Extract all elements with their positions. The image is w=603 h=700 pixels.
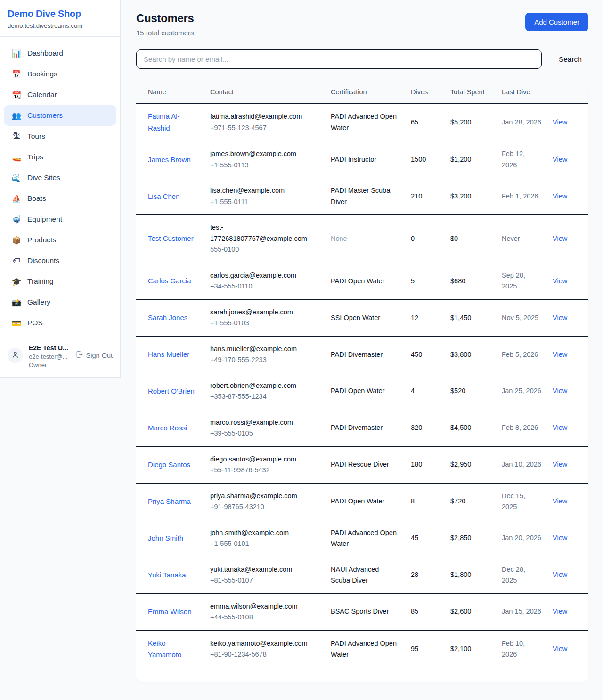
sidebar-item-dashboard[interactable]: 📊Dashboard — [4, 43, 116, 64]
sidebar-item-tours[interactable]: 🏝Tours — [4, 126, 116, 147]
view-customer-link[interactable]: View — [553, 156, 567, 163]
customer-name-link[interactable]: Carlos Garcia — [148, 277, 191, 285]
table-row: Keiko Yamamotokeiko.yamamoto@example.com… — [136, 630, 588, 667]
search-input[interactable] — [136, 49, 542, 69]
customer-name-cell: Priya Sharma — [136, 483, 204, 520]
column-header-dives: Dives — [405, 82, 445, 104]
view-customer-link[interactable]: View — [553, 645, 567, 652]
column-header-total-spent: Total Spent — [445, 82, 496, 104]
sidebar-item-customers[interactable]: 👥Customers — [4, 105, 116, 126]
view-customer-link[interactable]: View — [553, 608, 567, 615]
view-customer-link[interactable]: View — [553, 497, 567, 505]
view-customer-link[interactable]: View — [553, 571, 567, 578]
contact-cell: hans.mueller@example.com+49-170-555-2233 — [204, 336, 325, 373]
tag-icon: 🏷 — [12, 256, 21, 265]
customer-name-link[interactable]: Fatima Al-Rashid — [148, 112, 180, 132]
customer-email: hans.mueller@example.com — [210, 344, 319, 354]
view-customer-link[interactable]: View — [553, 424, 567, 431]
view-customer-link[interactable]: View — [553, 534, 567, 542]
table-row: Robert O'Brienrobert.obrien@example.com+… — [136, 373, 588, 410]
total-spent-cell: $1,450 — [445, 299, 496, 336]
customer-name-link[interactable]: Diego Santos — [148, 461, 190, 469]
user-role: Owner — [29, 362, 68, 369]
sidebar-item-label: Trips — [27, 153, 43, 161]
action-cell: View — [547, 593, 588, 630]
customer-name-link[interactable]: Yuki Tanaka — [148, 571, 186, 579]
sign-out-label: Sign Out — [86, 352, 113, 359]
sidebar-item-label: Tours — [27, 132, 45, 140]
customer-email: test-1772681807767@example.com — [210, 222, 319, 244]
sidebar-item-equipment[interactable]: 🤿Equipment — [4, 209, 116, 230]
last-dive-cell: Never — [496, 215, 547, 263]
view-customer-link[interactable]: View — [553, 314, 567, 321]
customer-name-link[interactable]: Keiko Yamamoto — [148, 639, 181, 659]
total-spent-cell: $3,200 — [445, 178, 496, 215]
sidebar-item-gallery[interactable]: 📸Gallery — [4, 292, 116, 313]
action-cell: View — [547, 520, 588, 557]
customer-name-link[interactable]: Priya Sharma — [148, 497, 191, 505]
customer-name-link[interactable]: Marco Rossi — [148, 424, 187, 432]
view-customer-link[interactable]: View — [553, 351, 567, 358]
certification-cell: SSI Open Water — [325, 299, 405, 336]
customer-email: sarah.jones@example.com — [210, 307, 319, 318]
view-customer-link[interactable]: View — [553, 277, 567, 285]
certification-cell: PADI Advanced Open Water — [325, 630, 405, 667]
customer-email: robert.obrien@example.com — [210, 380, 319, 391]
action-cell: View — [547, 373, 588, 410]
customer-phone: +81-555-0107 — [210, 575, 319, 586]
sidebar-item-calendar[interactable]: 📆Calendar — [4, 84, 116, 105]
total-spent-cell: $2,100 — [445, 630, 496, 667]
search-button[interactable]: Search — [552, 51, 588, 67]
action-cell: View — [547, 336, 588, 373]
calendar-date-icon: 📅 — [12, 70, 21, 79]
view-customer-link[interactable]: View — [553, 235, 567, 242]
customer-email: diego.santos@example.com — [210, 454, 319, 465]
page-header: Customers 15 total customers Add Custome… — [136, 12, 588, 37]
sidebar-item-boats[interactable]: ⛵Boats — [4, 188, 116, 209]
contact-cell: marco.rossi@example.com+39-555-0105 — [204, 410, 325, 446]
total-spent-cell: $1,800 — [445, 557, 496, 593]
sidebar-item-discounts[interactable]: 🏷Discounts — [4, 250, 116, 271]
total-spent-cell: $4,500 — [445, 410, 496, 446]
customer-name-link[interactable]: Lisa Chen — [148, 192, 180, 200]
avatar — [8, 348, 23, 363]
customer-name-link[interactable]: Robert O'Brien — [148, 387, 195, 395]
grad-cap-icon: 🎓 — [12, 277, 21, 286]
customer-email: keiko.yamamoto@example.com — [210, 638, 319, 649]
sidebar-item-label: Boats — [27, 194, 46, 203]
sidebar-item-training[interactable]: 🎓Training — [4, 271, 116, 292]
bar-chart-icon: 📊 — [12, 49, 21, 58]
customer-name-link[interactable]: Test Customer — [148, 234, 194, 242]
sidebar-item-label: Gallery — [27, 298, 50, 306]
sidebar-item-products[interactable]: 📦Products — [4, 230, 116, 250]
customer-name-link[interactable]: Sarah Jones — [148, 313, 187, 321]
sidebar-item-dive-sites[interactable]: 🌊Dive Sites — [4, 167, 116, 188]
customers-table: NameContactCertificationDivesTotal Spent… — [136, 82, 588, 667]
last-dive-cell: Sep 20, 2025 — [496, 263, 547, 299]
sidebar-item-pos[interactable]: 💳POS — [4, 313, 116, 333]
view-customer-link[interactable]: View — [553, 461, 567, 468]
customer-name-cell: James Brown — [136, 141, 204, 178]
table-row: Diego Santosdiego.santos@example.com+55-… — [136, 446, 588, 483]
action-cell: View — [547, 630, 588, 667]
customer-email: emma.wilson@example.com — [210, 601, 319, 612]
view-customer-link[interactable]: View — [553, 118, 567, 126]
view-customer-link[interactable]: View — [553, 387, 567, 395]
customer-name-link[interactable]: Hans Mueller — [148, 350, 189, 358]
customer-name-link[interactable]: Emma Wilson — [148, 608, 192, 616]
search-row: Search — [136, 49, 588, 69]
sign-out-button[interactable]: Sign Out — [75, 351, 113, 360]
customer-name-cell: Fatima Al-Rashid — [136, 104, 204, 141]
sidebar-item-bookings[interactable]: 📅Bookings — [4, 64, 116, 84]
customer-name-cell: Emma Wilson — [136, 593, 204, 630]
add-customer-button[interactable]: Add Customer — [525, 13, 588, 31]
sidebar-item-label: Training — [27, 277, 53, 286]
customer-name-link[interactable]: James Brown — [148, 156, 191, 164]
last-dive-cell: Dec 28, 2025 — [496, 557, 547, 593]
customer-name-link[interactable]: John Smith — [148, 534, 183, 542]
view-customer-link[interactable]: View — [553, 192, 567, 200]
sidebar-item-label: Dashboard — [27, 49, 63, 58]
customer-name-cell: Yuki Tanaka — [136, 557, 204, 593]
sidebar-item-trips[interactable]: 🚤Trips — [4, 147, 116, 167]
dives-cell: 180 — [405, 446, 445, 483]
